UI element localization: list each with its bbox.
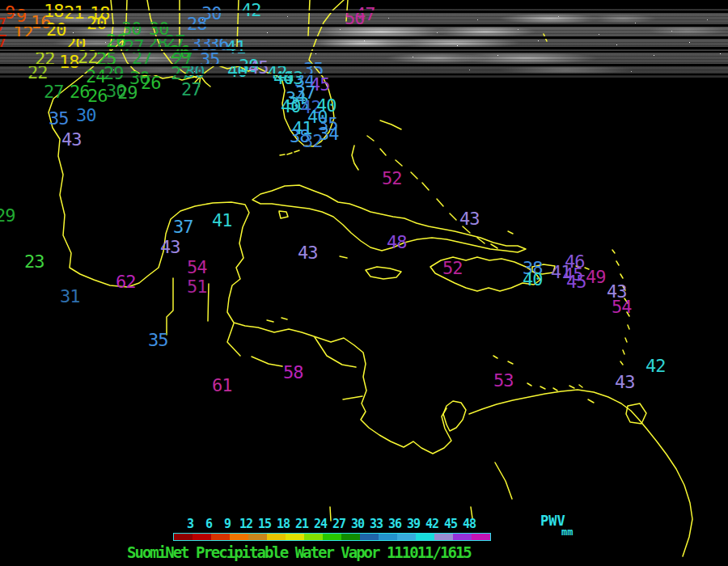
pwv-colorbar <box>173 533 491 541</box>
station-value: 52 <box>382 170 402 188</box>
colorbar-segment <box>193 534 211 540</box>
scanline <box>0 36 728 39</box>
legend-tick: 12 <box>239 517 252 531</box>
station-value: 21 <box>64 4 84 22</box>
station-value: 54 <box>612 298 632 316</box>
scanline <box>0 47 728 49</box>
colorbar-segment <box>453 534 472 540</box>
station-value: 53 <box>493 372 514 390</box>
station-value: 43 <box>459 210 480 228</box>
pwv-map-screen: 9971271618211820202022182225272224292627… <box>0 0 728 566</box>
legend-tick: 39 <box>407 517 420 531</box>
colorbar-segment <box>323 534 341 540</box>
colorbar-segment <box>472 534 490 540</box>
station-value: 29 <box>0 207 15 225</box>
station-value: 31 <box>60 288 80 306</box>
station-value: 43 <box>61 131 82 149</box>
legend-tick: 48 <box>463 517 476 531</box>
station-value: 30 <box>76 107 96 125</box>
station-value: 18 <box>59 53 79 71</box>
scanline <box>0 24 728 27</box>
station-value: 43 <box>160 239 180 256</box>
legend-tick: 15 <box>258 517 271 531</box>
station-value: 42 <box>645 357 666 375</box>
colorbar-segment <box>434 534 453 540</box>
station-value: 45 <box>566 273 586 291</box>
legend-tick: 33 <box>370 517 383 531</box>
station-value: 52 <box>442 260 463 277</box>
station-value: 62 <box>116 273 136 291</box>
station-value: 12 <box>13 24 33 42</box>
station-value: 48 <box>387 234 407 251</box>
station-value: 54 <box>187 259 207 277</box>
legend-tick: 3 <box>187 517 193 531</box>
station-value: 22 <box>28 64 48 82</box>
colorbar-segment <box>248 534 267 540</box>
legend-tick: 9 <box>224 517 231 531</box>
colorbar-segment <box>286 534 304 540</box>
stations-layer: 9971271618211820202022182225272224292627… <box>0 0 728 566</box>
station-value: 35 <box>49 110 69 128</box>
scanline <box>0 11 728 13</box>
colorbar-segment <box>416 534 434 540</box>
station-value: 30 <box>149 20 169 38</box>
legend-tick: 18 <box>277 517 290 531</box>
map-title: SuomiNet Precipitable Water Vapor 111011… <box>127 543 471 561</box>
station-value: 58 <box>283 364 303 382</box>
colorbar-segment <box>379 534 397 540</box>
station-value: 27 <box>181 81 201 99</box>
station-value: 26 <box>141 74 161 92</box>
legend-tick: 42 <box>425 517 438 531</box>
station-value: 27 <box>44 83 64 101</box>
legend-tick: 36 <box>388 517 401 531</box>
legend-tick: 6 <box>205 517 212 531</box>
station-value: 40 <box>281 98 301 116</box>
scanline <box>0 51 728 53</box>
station-value: 43 <box>615 374 635 391</box>
colorbar-segment <box>304 534 323 540</box>
station-value: 61 <box>212 377 232 395</box>
colorbar-segment <box>211 534 230 540</box>
station-value: 35 <box>148 332 168 349</box>
colorbar-segment <box>341 534 360 540</box>
station-value: 51 <box>187 278 207 296</box>
station-value: 41 <box>212 212 232 230</box>
station-value: 9 <box>5 4 15 22</box>
legend-tick: 27 <box>332 517 345 531</box>
station-value: 26 <box>87 87 108 105</box>
station-value: 32 <box>303 133 323 150</box>
colorbar-segment <box>397 534 416 540</box>
colorbar-segment <box>230 534 248 540</box>
legend-tick: 24 <box>314 517 327 531</box>
scanline <box>0 64 728 66</box>
station-value: 37 <box>173 218 193 236</box>
colorbar-segment <box>174 534 193 540</box>
legend-tick: 21 <box>295 517 308 531</box>
station-value: 43 <box>298 244 318 262</box>
legend-tick: 45 <box>444 517 457 531</box>
station-value: 40 <box>523 271 543 289</box>
legend-tick: 30 <box>351 517 364 531</box>
colorbar-segment <box>267 534 286 540</box>
station-value: 30 <box>121 20 142 38</box>
station-value: 30 <box>201 5 222 23</box>
station-value: 29 <box>117 84 138 102</box>
station-value: 26 <box>70 83 90 101</box>
legend-unit-sub: mm <box>561 526 573 538</box>
station-value: 49 <box>586 268 606 286</box>
station-value: 20 <box>87 15 107 32</box>
scanline <box>0 74 728 75</box>
station-value: 47 <box>355 6 375 23</box>
colorbar-segment <box>360 534 379 540</box>
station-value: 23 <box>24 253 44 271</box>
